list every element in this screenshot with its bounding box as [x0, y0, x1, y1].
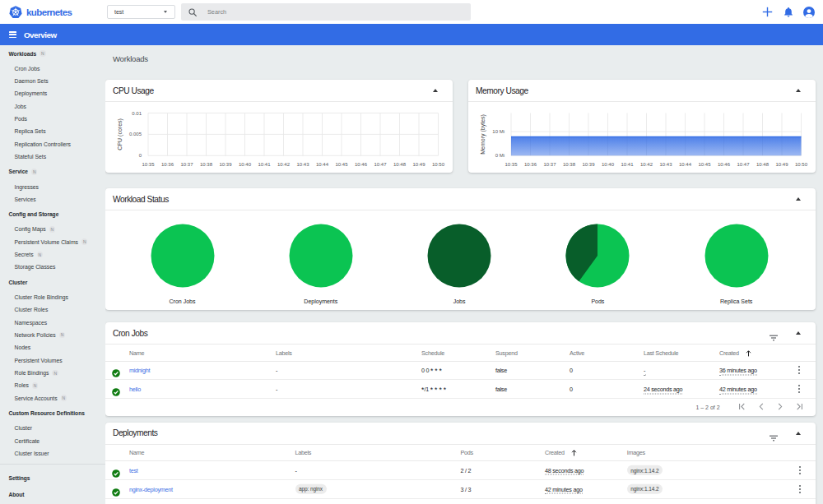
svg-text:0 Mi: 0 Mi: [495, 153, 504, 158]
sidebar-item-secrets[interactable]: SecretsN: [0, 248, 105, 261]
sidebar-item-daemon-sets[interactable]: Daemon Sets: [0, 75, 105, 87]
cell-name[interactable]: nginx-deployment: [129, 485, 173, 492]
check-circle-icon: [112, 388, 120, 396]
svg-text:10:49: 10:49: [412, 162, 425, 167]
sidebar-item-label: Role Bindings: [15, 370, 49, 376]
asterisk: *: [430, 368, 434, 376]
sidebar-item-storage-classes[interactable]: Storage Classes: [0, 261, 105, 273]
column-header-created[interactable]: Created: [545, 449, 565, 456]
sidebar-item-stateful-sets[interactable]: Stateful Sets: [0, 150, 105, 163]
sidebar-item-replica-sets[interactable]: Replica Sets: [0, 125, 105, 137]
cell-pods: 3 / 3: [461, 485, 472, 492]
cell-name[interactable]: hello: [129, 386, 141, 393]
create-resource-button[interactable]: [757, 0, 778, 24]
sidebar-item-cluster-roles[interactable]: Cluster Roles: [0, 303, 105, 316]
sidebar-item-cron-jobs[interactable]: Cron Jobs: [0, 62, 105, 74]
column-header-created[interactable]: Created: [719, 349, 739, 356]
last-page-button[interactable]: [793, 400, 807, 414]
column-header-active[interactable]: Active: [570, 349, 584, 356]
sidebar-item-persistent-volumes[interactable]: Persistent Volumes: [0, 354, 105, 366]
column-header-suspend[interactable]: Suspend: [495, 349, 518, 356]
column-header-name[interactable]: Name: [129, 449, 144, 456]
notifications-button[interactable]: [778, 0, 798, 24]
asterisk: *: [430, 386, 434, 394]
sidebar-nav: WorkloadsNCron JobsDaemon SetsDeployment…: [0, 45, 105, 504]
nav-group-header-cluster[interactable]: Cluster: [0, 275, 105, 289]
brand[interactable]: kubernetes: [9, 0, 72, 24]
plus-icon: [762, 7, 773, 17]
column-header-pods[interactable]: Pods: [461, 449, 473, 456]
column-header-name[interactable]: Name: [129, 349, 144, 356]
usage-charts-row: CPU Usage 00.0050.0110:3510:3610:3710:38…: [105, 80, 816, 173]
sidebar-item-service-accounts[interactable]: Service AccountsN: [0, 392, 105, 405]
workload-status-title: Workload Status: [113, 195, 169, 204]
previous-page-button[interactable]: [755, 400, 768, 414]
cell-suspend: false: [495, 367, 507, 374]
sidebar-item-deployments[interactable]: Deployments: [0, 87, 105, 99]
sidebar-item-roles[interactable]: RolesN: [0, 379, 105, 391]
svg-text:10:38: 10:38: [563, 162, 576, 167]
sidebar-item-cluster-role-bindings[interactable]: Cluster Role Bindings: [0, 291, 105, 303]
sidebar-item-cluster[interactable]: Cluster: [0, 422, 105, 434]
svg-text:CPU (cores): CPU (cores): [117, 118, 123, 150]
cell-created: 42 minutes ago: [545, 485, 583, 492]
sidebar-item-nodes[interactable]: Nodes: [0, 341, 105, 354]
sidebar-item-pods[interactable]: Pods: [0, 113, 105, 125]
sidebar-item-certificate[interactable]: Certificate: [0, 434, 105, 446]
collapse-up-icon[interactable]: [796, 89, 801, 92]
nav-group-header-custom-resource-definitions[interactable]: Custom Resource Definitions: [0, 407, 105, 420]
svg-text:10:35: 10:35: [142, 162, 155, 167]
search-input[interactable]: [207, 8, 438, 16]
svg-text:10:46: 10:46: [355, 162, 368, 167]
svg-text:10:40: 10:40: [239, 162, 252, 167]
nav-group-header-service[interactable]: ServiceN: [0, 165, 105, 178]
column-header-images[interactable]: Images: [627, 449, 645, 456]
column-header-labels[interactable]: Labels: [295, 449, 312, 456]
column-header-last_schedule[interactable]: Last Schedule: [644, 349, 678, 356]
sidebar-item-cluster-issuer[interactable]: Cluster Issuer: [0, 447, 105, 460]
sidebar-item-label: Persistent Volume Claims: [15, 239, 78, 245]
row-actions-button[interactable]: [795, 465, 805, 476]
collapse-up-icon[interactable]: [796, 432, 801, 435]
sidebar-item-persistent-volume-claims[interactable]: Persistent Volume ClaimsN: [0, 236, 105, 248]
row-status: [112, 466, 120, 481]
sidebar-item-services[interactable]: Services: [0, 193, 105, 206]
filter-icon[interactable]: [770, 430, 778, 437]
sidebar-item-about[interactable]: About: [0, 487, 105, 504]
sidebar-item-network-policies[interactable]: Network PoliciesN: [0, 329, 105, 341]
sidebar-item-settings[interactable]: Settings: [0, 469, 105, 487]
cell-schedule: 0 0 * * *: [421, 366, 442, 374]
row-actions-button[interactable]: [795, 483, 805, 495]
namespace-selector[interactable]: test: [107, 5, 175, 19]
row-actions-button[interactable]: [794, 383, 804, 395]
menu-icon[interactable]: [9, 31, 17, 38]
cell-images: nginx:1.14.2: [627, 465, 663, 476]
sidebar-item-role-bindings[interactable]: Role BindingsN: [0, 367, 105, 379]
table-header-row: NameLabelsScheduleSuspendActiveLast Sche…: [105, 344, 816, 362]
cell-name[interactable]: midnight: [129, 367, 150, 374]
svg-text:10:49: 10:49: [775, 162, 788, 167]
collapse-up-icon[interactable]: [433, 89, 438, 92]
sidebar-item-label: Pods: [15, 116, 28, 122]
nav-group-header-workloads[interactable]: WorkloadsN: [0, 47, 105, 60]
next-page-button[interactable]: [774, 400, 787, 414]
svg-text:Memory (bytes): Memory (bytes): [480, 114, 486, 155]
sidebar-item-replication-controllers[interactable]: Replication Controllers: [0, 137, 105, 150]
svg-text:10:44: 10:44: [679, 162, 692, 167]
cell-name[interactable]: test: [129, 466, 138, 474]
row-actions-button[interactable]: [794, 364, 804, 376]
nav-group-header-config-and-storage[interactable]: Config and Storage: [0, 208, 105, 221]
collapse-up-icon[interactable]: [796, 331, 801, 335]
sidebar-item-config-maps[interactable]: Config MapsN: [0, 223, 105, 235]
collapse-up-icon[interactable]: [796, 197, 801, 201]
sidebar-item-ingresses[interactable]: Ingresses: [0, 180, 105, 192]
sidebar-item-jobs[interactable]: Jobs: [0, 99, 105, 112]
column-header-schedule[interactable]: Schedule: [421, 349, 444, 356]
user-menu-button[interactable]: [798, 0, 819, 24]
filter-icon[interactable]: [770, 330, 778, 336]
column-header-labels[interactable]: Labels: [276, 349, 292, 356]
asterisk: *: [439, 386, 442, 394]
deployments-card: Deployments NameLabelsPodsCreatedImagest…: [105, 423, 816, 504]
sidebar-item-namespaces[interactable]: Namespaces: [0, 316, 105, 328]
first-page-button[interactable]: [735, 400, 748, 414]
